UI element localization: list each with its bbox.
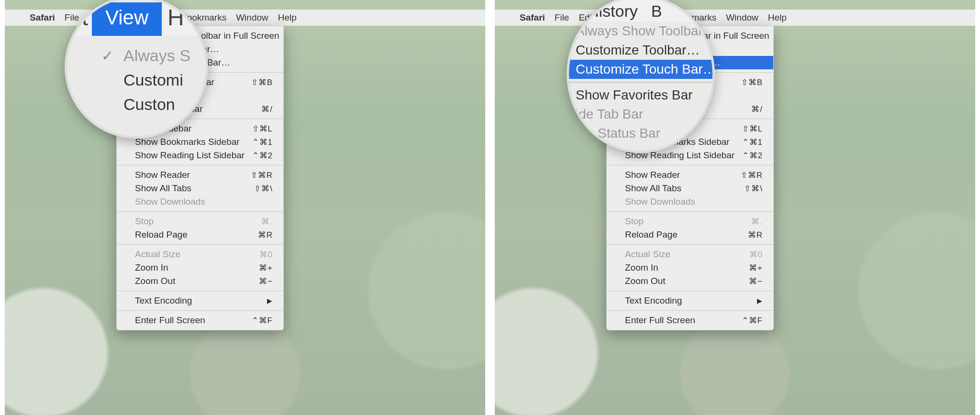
magnified-menuitem: ✓Always S [67, 44, 206, 68]
menuitem-label: Text Encoding [135, 295, 192, 306]
menuitem-actual-size: Actual Size⌘0 [607, 248, 773, 261]
menuitem-show-reader[interactable]: Show Reader⇧⌘R [117, 168, 283, 182]
menuitem-zoom-out[interactable]: Zoom Out⌘− [607, 274, 773, 288]
macos-menu-bar: Safari File Edit View History Bookmarks … [495, 10, 975, 26]
macos-menu-bar: Safari File Edit View History Bookmarks … [5, 10, 485, 26]
menuitem-shortcut: ⌘/ [751, 104, 763, 114]
menuitem-show-reader[interactable]: Show Reader⇧⌘R [607, 168, 773, 182]
menuitem-shortcut: ▶ [757, 296, 763, 306]
menuitem-shortcut: ⌃⌘1 [742, 137, 763, 147]
menuitem-show-reading-list-sidebar[interactable]: Show Reading List Sidebar⌃⌘2 [117, 149, 283, 162]
menuitem-stop: Stop⌘. [607, 215, 773, 228]
menuitem-show-downloads: Show Downloads [607, 195, 773, 208]
magnifier-bookmarks-initial: B [651, 2, 662, 21]
menuitem-shortcut: ⌃⌘F [252, 316, 273, 326]
menuitem-label: Show Downloads [625, 197, 695, 207]
menuitem-shortcut: ⌘R [748, 230, 763, 240]
menuitem-label: Text Encoding [625, 295, 682, 306]
menuitem-shortcut: ⌘R [258, 230, 273, 240]
menuitem-label: Show All Tabs [625, 183, 681, 194]
menuitem-label: Show Reading List Sidebar [135, 150, 245, 161]
magnified-label: Custon [123, 95, 175, 113]
menuitem-actual-size: Actual Size⌘0 [117, 248, 283, 261]
magnified-menuitem: Custon [67, 92, 206, 117]
menuitem-zoom-in[interactable]: Zoom In⌘+ [607, 261, 773, 274]
menuitem-shortcut: ⇧⌘B [741, 77, 763, 87]
menu-window[interactable]: Window [726, 12, 758, 23]
magnified-label: Always S [123, 46, 190, 65]
menuitem-label: Zoom Out [625, 276, 665, 286]
menu-file[interactable]: File [555, 12, 569, 23]
submenu-arrow-icon: ▶ [757, 297, 763, 305]
menuitem-show-downloads: Show Downloads [117, 195, 283, 208]
menuitem-shortcut: ⇧⌘R [251, 170, 273, 180]
menuitem-shortcut: ⌃⌘1 [252, 137, 273, 147]
menuitem-label: Stop [135, 216, 154, 227]
menuitem-label: Zoom In [135, 262, 168, 273]
magnifier-customize-touchbar: History B Always Show ToolbarCustomize T… [567, 0, 715, 153]
menuitem-stop: Stop⌘. [117, 215, 283, 228]
magnified-menuitem: Customi [67, 68, 206, 92]
menuitem-reload-page[interactable]: Reload Page⌘R [607, 228, 773, 241]
menuitem-shortcut: ⌘+ [259, 263, 273, 273]
menuitem-label: Show Reader [625, 170, 680, 180]
menuitem-show-all-tabs[interactable]: Show All Tabs⇧⌘\ [117, 182, 283, 195]
menuitem-zoom-in[interactable]: Zoom In⌘+ [117, 261, 283, 274]
menuitem-shortcut: ▶ [267, 296, 273, 306]
check-icon: ✓ [101, 47, 113, 64]
menuitem-shortcut: ⇧⌘R [741, 170, 763, 180]
menuitem-shortcut: ⌘0 [259, 250, 273, 260]
menuitem-label: Actual Size [625, 249, 670, 260]
menuitem-shortcut: ⌃⌘2 [252, 151, 273, 161]
menuitem-reload-page[interactable]: Reload Page⌘R [117, 228, 283, 241]
menuitem-shortcut: ⇧⌘B [251, 77, 273, 87]
menuitem-text-encoding[interactable]: Text Encoding▶ [117, 294, 283, 307]
menuitem-enter-full-screen[interactable]: Enter Full Screen⌃⌘F [117, 314, 283, 327]
menuitem-shortcut: ⌘− [749, 276, 763, 286]
menu-separator [607, 291, 773, 291]
menu-separator [117, 310, 283, 311]
menuitem-zoom-out[interactable]: Zoom Out⌘− [117, 274, 283, 288]
screenshot-left: Safari File Edit View History Bookmarks … [5, 0, 485, 415]
menuitem-shortcut: ⌘0 [749, 250, 763, 260]
menuitem-label: Enter Full Screen [625, 315, 695, 326]
menuitem-label: Enter Full Screen [135, 315, 205, 326]
magnified-menuitem: ide Tab Bar [569, 105, 713, 124]
menuitem-label: Zoom Out [135, 276, 175, 286]
menuitem-label: Show All Tabs [135, 183, 191, 194]
menuitem-text-encoding[interactable]: Text Encoding▶ [607, 294, 773, 307]
menu-separator [607, 244, 773, 245]
menuitem-enter-full-screen[interactable]: Enter Full Screen⌃⌘F [607, 314, 773, 327]
menu-help[interactable]: Help [768, 12, 787, 23]
menu-separator [117, 244, 283, 245]
menu-separator [607, 165, 773, 165]
menu-file[interactable]: File [65, 12, 79, 23]
magnified-menuitem: Customize Touch Bar… [569, 60, 713, 79]
app-name[interactable]: Safari [30, 12, 55, 23]
menu-help[interactable]: Help [278, 12, 297, 23]
menuitem-label: Actual Size [135, 249, 180, 260]
menu-separator [607, 211, 773, 212]
menu-separator [569, 82, 713, 83]
menuitem-shortcut: ⌘+ [749, 263, 763, 273]
menuitem-label: Show Reader [135, 170, 190, 180]
menuitem-shortcut: ⌘. [751, 217, 763, 227]
submenu-arrow-icon: ▶ [267, 297, 273, 305]
magnifier-view-menu: t View H ✓Always SCustomiCuston [65, 0, 208, 139]
menu-window[interactable]: Window [236, 12, 268, 23]
menu-separator [607, 310, 773, 311]
magnified-menuitem: Customize Toolbar… [569, 41, 713, 60]
menuitem-label: Reload Page [625, 229, 678, 240]
menuitem-shortcut: ⌘/ [261, 104, 273, 114]
app-name[interactable]: Safari [520, 12, 545, 23]
magnified-menuitem: Always Show Toolbar [569, 22, 713, 41]
menuitem-show-all-tabs[interactable]: Show All Tabs⇧⌘\ [607, 182, 773, 195]
menuitem-shortcut: ⇧⌘\ [744, 184, 763, 194]
menuitem-shortcut: ⌘. [261, 217, 273, 227]
menuitem-shortcut: ⌃⌘2 [742, 151, 763, 161]
menuitem-label: Reload Page [135, 229, 188, 240]
magnified-label: Customi [123, 71, 183, 89]
menuitem-shortcut: ⇧⌘L [252, 124, 273, 134]
magnified-menuitem: Show Favorites Bar [569, 86, 713, 105]
magnifier-view-highlight: View [92, 2, 162, 36]
